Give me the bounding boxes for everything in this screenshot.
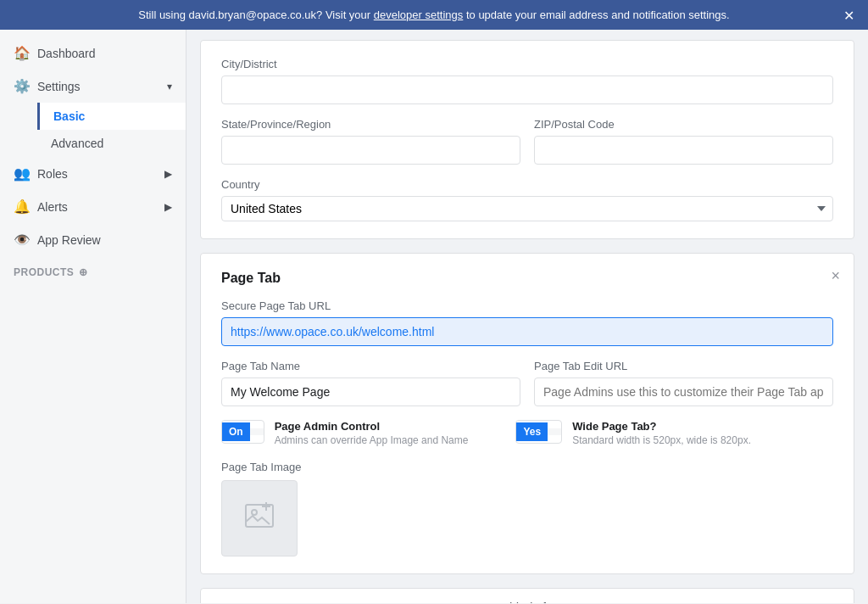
notification-text: Still using david.bryan@opace.co.uk? Vis… <box>138 8 370 21</box>
toggle-off-label <box>250 428 264 435</box>
sidebar-item-label-roles: Roles <box>37 167 68 181</box>
sidebar-item-advanced[interactable]: Advanced <box>37 130 186 157</box>
sidebar-sub-settings: Basic Advanced <box>0 103 186 157</box>
state-group: State/Province/Region <box>221 118 520 165</box>
notification-close-button[interactable]: ✕ <box>843 7 854 23</box>
roles-arrow-icon: ▶ <box>164 168 172 180</box>
products-add-icon[interactable]: ⊕ <box>79 266 88 278</box>
products-label: PRODUCTS <box>14 266 74 278</box>
admin-control-desc: Admins can override App Image and Name <box>275 434 469 446</box>
app-review-icon: 👁️ <box>14 232 31 248</box>
page-tab-title: Page Tab <box>221 271 833 286</box>
country-group: Country United States United Kingdom Can… <box>221 178 833 221</box>
toggle-yes-label: Yes <box>516 422 548 441</box>
admin-control-toggle-row: On Page Admin Control Admins can overrid… <box>221 420 468 446</box>
zip-label: ZIP/Postal Code <box>534 118 833 131</box>
sidebar-item-roles[interactable]: 👥 Roles ▶ <box>0 157 186 190</box>
toggles-row: On Page Admin Control Admins can overrid… <box>221 420 833 446</box>
wide-tab-toggle-row: Yes Wide Page Tab? Standard width is 520… <box>515 420 751 446</box>
admin-control-toggle[interactable]: On <box>221 420 264 444</box>
developer-settings-link[interactable]: developer settings <box>374 8 464 21</box>
image-upload-group: Page Tab Image <box>221 460 833 556</box>
app-layout: 🏠 Dashboard ⚙️ Settings ▾ Basic Advanced… <box>0 30 868 603</box>
notification-text-after2: to update your email address and notific… <box>466 8 730 21</box>
admin-control-label: Page Admin Control <box>275 420 469 433</box>
wide-tab-desc: Standard width is 520px, wide is 820px. <box>572 434 751 446</box>
image-label: Page Tab Image <box>221 461 301 473</box>
edit-url-label: Page Tab Edit URL <box>534 360 833 372</box>
state-input[interactable] <box>221 136 520 165</box>
sidebar-item-label-alerts: Alerts <box>37 200 68 214</box>
svg-point-1 <box>252 510 257 515</box>
image-upload-icon <box>242 498 276 539</box>
add-platform-button[interactable]: + Add Platform <box>200 588 854 603</box>
sidebar-item-dashboard[interactable]: 🏠 Dashboard <box>0 36 186 70</box>
sidebar: 🏠 Dashboard ⚙️ Settings ▾ Basic Advanced… <box>0 30 186 603</box>
zip-group: ZIP/Postal Code <box>534 118 833 165</box>
sidebar-item-label-app-review: App Review <box>37 233 101 247</box>
add-platform-label: + Add Platform <box>488 601 566 603</box>
tab-name-edit-url-row: Page Tab Name Page Tab Edit URL <box>221 360 833 406</box>
wide-tab-label: Wide Page Tab? <box>572 420 751 433</box>
sidebar-item-label-settings: Settings <box>37 80 81 93</box>
state-label: State/Province/Region <box>221 118 520 131</box>
settings-icon: ⚙️ <box>14 78 31 94</box>
toggle-no-label <box>548 428 561 435</box>
alerts-arrow-icon: ▶ <box>164 201 172 213</box>
admin-control-info: Page Admin Control Admins can override A… <box>275 420 469 446</box>
wide-tab-toggle[interactable]: Yes <box>515 420 562 444</box>
country-select[interactable]: United States United Kingdom Canada Aust… <box>221 196 833 221</box>
edit-url-group: Page Tab Edit URL <box>534 360 833 406</box>
address-section: City/District State/Province/Region ZIP/… <box>200 40 854 239</box>
toggle-on-label: On <box>222 422 250 441</box>
tab-name-input[interactable] <box>221 378 520 406</box>
main-content: City/District State/Province/Region ZIP/… <box>186 30 868 603</box>
products-header: PRODUCTS ⊕ <box>0 256 186 283</box>
secure-url-group: Secure Page Tab URL <box>221 299 833 346</box>
wide-tab-info: Wide Page Tab? Standard width is 520px, … <box>572 420 751 446</box>
country-label: Country <box>221 178 833 191</box>
page-tab-section: Page Tab × Secure Page Tab URL Page Tab … <box>200 253 854 574</box>
sidebar-item-alerts[interactable]: 🔔 Alerts ▶ <box>0 190 186 223</box>
zip-input[interactable] <box>534 136 833 165</box>
secure-url-input[interactable] <box>221 317 833 346</box>
sidebar-item-label-dashboard: Dashboard <box>37 47 96 60</box>
edit-url-input[interactable] <box>534 378 833 406</box>
city-input[interactable] <box>221 76 833 104</box>
alerts-icon: 🔔 <box>14 199 31 215</box>
dashboard-icon: 🏠 <box>14 45 31 61</box>
sidebar-item-app-review[interactable]: 👁️ App Review <box>0 223 186 256</box>
state-zip-row: State/Province/Region ZIP/Postal Code <box>221 118 833 165</box>
notification-bar: Still using david.bryan@opace.co.uk? Vis… <box>0 0 868 30</box>
page-tab-close-button[interactable]: × <box>831 267 840 285</box>
sidebar-item-settings[interactable]: ⚙️ Settings ▾ <box>0 70 186 103</box>
sidebar-item-basic[interactable]: Basic <box>37 103 186 130</box>
tab-name-label: Page Tab Name <box>221 360 520 372</box>
settings-arrow-icon: ▾ <box>167 81 172 92</box>
secure-url-label: Secure Page Tab URL <box>221 299 833 312</box>
city-label: City/District <box>221 58 833 70</box>
image-upload-box[interactable] <box>221 480 298 556</box>
tab-name-group: Page Tab Name <box>221 360 520 406</box>
roles-icon: 👥 <box>14 165 31 182</box>
